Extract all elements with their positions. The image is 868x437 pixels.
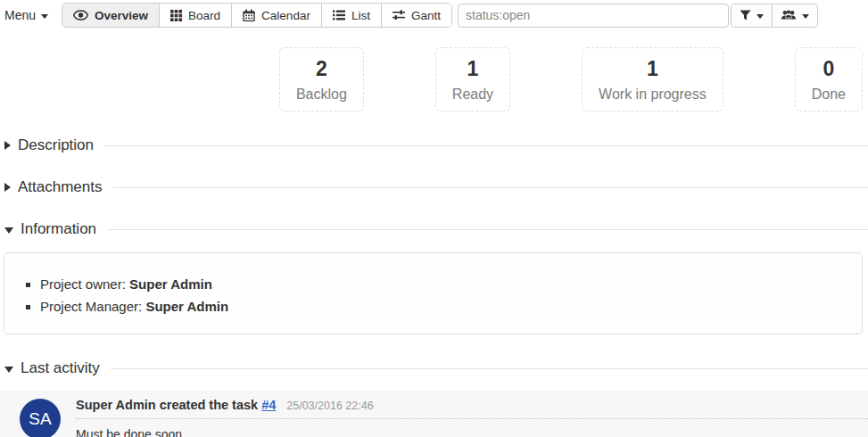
toolbar: Menu Overview Board Calendar List <box>0 0 868 30</box>
stat-count: 0 <box>812 54 846 84</box>
section-divider <box>113 187 868 188</box>
tab-gantt-label: Gantt <box>411 9 441 22</box>
eye-icon <box>73 10 88 21</box>
calendar-icon <box>243 9 255 21</box>
stat-label: Done <box>812 84 846 105</box>
stat-count: 1 <box>452 54 493 84</box>
menu-label: Menu <box>4 8 36 22</box>
activity-body: Super Admin created the task#425/03/2016… <box>76 398 868 437</box>
chevron-down-icon <box>41 14 48 19</box>
tab-overview-label: Overview <box>95 9 148 22</box>
info-label: Project Manager: <box>40 299 142 314</box>
stat-done: 0 Done <box>795 47 863 111</box>
information-list: Project owner: Super Admin Project Manag… <box>4 273 862 317</box>
tab-overview[interactable]: Overview <box>62 4 159 27</box>
users-dropdown-button[interactable] <box>772 4 817 27</box>
section-attachments-toggle[interactable]: Attachments <box>0 178 868 196</box>
filter-button-group <box>731 4 818 28</box>
stat-backlog: 2 Backlog <box>279 47 364 111</box>
section-divider <box>111 368 868 369</box>
search-input[interactable] <box>458 4 729 28</box>
column-stats-row: 2 Backlog 1 Ready 1 Work in progress 0 D… <box>0 47 868 111</box>
activity-comment: Must be done soon <box>76 427 868 437</box>
list-item: Project Manager: Super Admin <box>40 295 862 317</box>
users-icon <box>781 10 797 21</box>
triangle-down-icon <box>4 227 13 234</box>
stat-work-in-progress: 1 Work in progress <box>582 47 723 111</box>
section-last-activity-toggle[interactable]: Last activity <box>0 359 868 377</box>
menu-dropdown[interactable]: Menu <box>4 8 48 22</box>
stat-label: Ready <box>452 84 493 105</box>
section-divider <box>104 145 868 146</box>
tab-calendar[interactable]: Calendar <box>231 4 321 27</box>
tab-list[interactable]: List <box>321 4 381 27</box>
section-title: Attachments <box>18 178 103 196</box>
stat-ready: 1 Ready <box>435 47 510 111</box>
info-value: Super Admin <box>129 276 212 292</box>
tab-board[interactable]: Board <box>159 4 231 27</box>
stat-label: Backlog <box>296 84 347 105</box>
tab-gantt[interactable]: Gantt <box>381 4 451 27</box>
sliders-icon <box>393 10 405 21</box>
stat-label: Work in progress <box>599 84 707 105</box>
chevron-down-icon <box>802 14 809 19</box>
information-panel: Project owner: Super Admin Project Manag… <box>4 252 863 334</box>
info-label: Project owner: <box>40 276 126 292</box>
section-title: Last activity <box>21 359 100 377</box>
section-information-toggle[interactable]: Information <box>0 220 868 238</box>
section-description-toggle[interactable]: Description <box>0 136 868 154</box>
stat-count: 1 <box>599 54 707 84</box>
chevron-down-icon <box>756 14 764 19</box>
activity-timestamp: 25/03/2016 22:46 <box>286 400 373 412</box>
activity-title: Super Admin created the task <box>76 398 258 412</box>
activity-title-row: Super Admin created the task#425/03/2016… <box>76 398 868 419</box>
view-switcher: Overview Board Calendar List Gantt <box>62 3 452 28</box>
task-link[interactable]: #4 <box>261 398 276 412</box>
funnel-icon <box>740 10 751 21</box>
tab-calendar-label: Calendar <box>261 9 310 22</box>
avatar: SA <box>20 399 61 437</box>
triangle-down-icon <box>4 367 13 373</box>
section-title: Information <box>21 220 96 238</box>
info-value: Super Admin <box>145 299 228 314</box>
tab-list-label: List <box>351 9 370 22</box>
filter-dropdown-button[interactable] <box>732 4 772 27</box>
section-divider <box>107 229 868 230</box>
tab-board-label: Board <box>188 9 220 22</box>
triangle-right-icon <box>4 141 11 150</box>
stat-count: 2 <box>296 54 347 84</box>
section-title: Description <box>18 136 94 154</box>
activity-item: SA Super Admin created the task#425/03/2… <box>0 391 868 437</box>
list-item: Project owner: Super Admin <box>40 273 862 295</box>
grid-icon <box>170 10 182 21</box>
list-icon <box>333 10 345 21</box>
triangle-right-icon <box>4 183 11 192</box>
